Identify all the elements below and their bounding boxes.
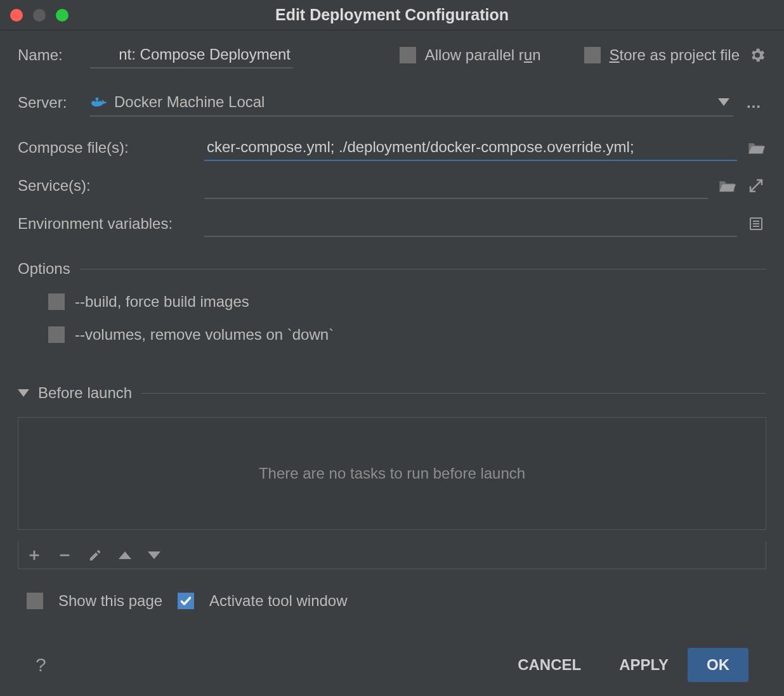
divider <box>141 393 766 394</box>
compose-label: Compose file(s): <box>18 139 195 157</box>
ok-button[interactable]: OK <box>688 648 748 682</box>
volumes-checkbox[interactable] <box>48 326 65 343</box>
allow-parallel-label: Allow parallel run <box>425 46 541 64</box>
activate-tool-label: Activate tool window <box>209 592 347 610</box>
minimize-window-icon[interactable] <box>33 9 46 22</box>
server-more-icon[interactable]: … <box>742 94 766 112</box>
docker-icon <box>90 94 108 110</box>
help-icon[interactable]: ? <box>36 654 46 676</box>
volumes-label: --volumes, remove volumes on `down` <box>75 326 334 344</box>
env-input[interactable] <box>204 210 737 237</box>
compose-files-input[interactable] <box>204 134 737 161</box>
remove-task-icon[interactable] <box>58 548 72 562</box>
env-label: Environment variables: <box>18 215 195 233</box>
allow-parallel-checkbox[interactable] <box>400 47 416 63</box>
browse-services-icon[interactable] <box>717 178 737 193</box>
server-dropdown[interactable]: Docker Machine Local <box>90 89 733 117</box>
store-project-checkbox[interactable] <box>584 47 601 63</box>
svg-rect-3 <box>96 98 98 100</box>
window-title: Edit Deployment Configuration <box>0 6 784 24</box>
build-label: --build, force build images <box>75 293 249 311</box>
zoom-window-icon[interactable] <box>56 9 69 22</box>
before-launch-tasks-list[interactable]: There are no tasks to run before launch <box>18 417 766 530</box>
options-header: Options <box>18 260 70 278</box>
services-input[interactable] <box>204 172 708 199</box>
no-tasks-message: There are no tasks to run before launch <box>259 465 525 482</box>
window-controls <box>10 9 69 22</box>
name-input[interactable] <box>90 42 293 68</box>
chevron-down-icon <box>718 98 729 106</box>
build-checkbox[interactable] <box>48 293 65 310</box>
before-launch-header: Before launch <box>38 384 132 402</box>
server-label: Server: <box>18 94 81 112</box>
services-label: Service(s): <box>18 177 195 195</box>
name-label: Name: <box>18 46 81 64</box>
apply-button[interactable]: APPLY <box>600 648 688 682</box>
browse-compose-icon[interactable] <box>746 140 766 155</box>
store-project-label: Store as project file <box>610 46 740 64</box>
before-launch-disclosure-icon[interactable] <box>18 389 29 397</box>
gear-icon[interactable] <box>748 46 766 64</box>
move-up-icon[interactable] <box>119 551 131 559</box>
before-launch-toolbar <box>18 541 766 569</box>
titlebar: Edit Deployment Configuration <box>0 0 784 30</box>
move-down-icon[interactable] <box>148 551 160 559</box>
add-task-icon[interactable] <box>27 548 41 562</box>
activate-tool-checkbox[interactable] <box>178 593 194 609</box>
expand-services-icon[interactable] <box>746 178 766 193</box>
server-value: Docker Machine Local <box>114 93 265 111</box>
show-page-label: Show this page <box>58 592 162 610</box>
divider <box>79 269 766 269</box>
edit-task-icon[interactable] <box>88 548 102 562</box>
cancel-button[interactable]: CANCEL <box>499 648 600 682</box>
close-window-icon[interactable] <box>10 9 23 22</box>
env-list-icon[interactable] <box>746 216 766 231</box>
show-page-checkbox[interactable] <box>27 593 43 609</box>
